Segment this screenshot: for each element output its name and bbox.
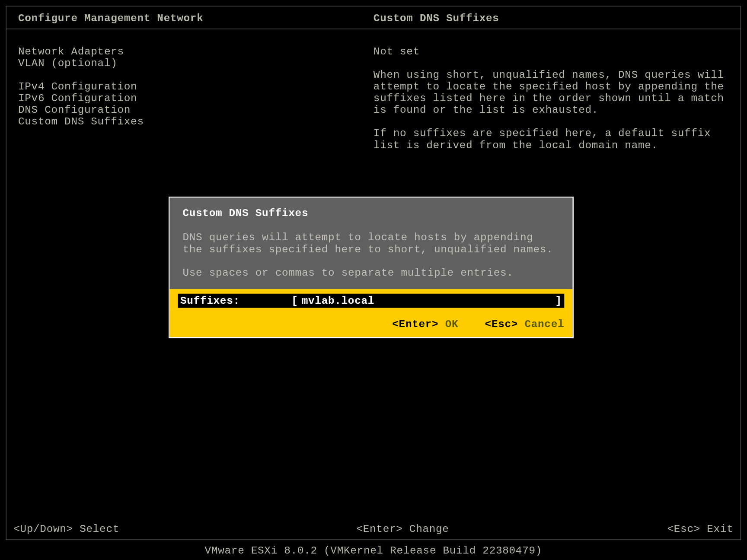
menu-item-vlan[interactable]: VLAN (optional) <box>18 57 374 69</box>
suffixes-label: Suffixes: <box>180 295 291 306</box>
suffixes-input[interactable]: mvlab.local <box>298 295 555 306</box>
description-column: Not set When using short, unqualified na… <box>374 46 729 151</box>
version-bar: VMware ESXi 8.0.2 (VMKernel Release Buil… <box>0 541 747 560</box>
hint-esc-exit: <Esc> Exit <box>496 523 734 535</box>
ok-button[interactable]: OK <box>445 318 459 330</box>
ok-key-hint: <Enter> <box>392 318 438 330</box>
menu-item-ipv4[interactable]: IPv4 Configuration <box>18 81 374 92</box>
bracket-open: [ <box>291 295 298 306</box>
dns-description-para2: If no suffixes are specified here, a def… <box>374 127 729 151</box>
menu-item-network-adapters[interactable]: Network Adapters <box>18 46 374 57</box>
custom-dns-suffixes-dialog: Custom DNS Suffixes DNS queries will att… <box>169 197 574 338</box>
header-left-title: Configure Management Network <box>18 12 374 24</box>
cancel-button[interactable]: Cancel <box>524 318 564 330</box>
header-right-title: Custom DNS Suffixes <box>374 12 729 24</box>
dialog-para2: Use spaces or commas to separate multipl… <box>182 267 559 278</box>
panel-header: Configure Management Network Custom DNS … <box>6 6 741 29</box>
menu-column: Network Adapters VLAN (optional) IPv4 Co… <box>18 46 374 151</box>
suffixes-input-row[interactable]: Suffixes: [ mvlab.local ] <box>178 294 565 308</box>
menu-item-dns-config[interactable]: DNS Configuration <box>18 104 374 116</box>
dns-description-para1: When using short, unqualified names, DNS… <box>374 69 729 116</box>
dns-status-value: Not set <box>374 46 729 57</box>
hint-updown-select: <Up/Down> Select <box>13 523 251 535</box>
dialog-para1: DNS queries will attempt to locate hosts… <box>182 232 559 255</box>
dialog-actions: <Enter> OK <Esc> Cancel <box>178 318 565 330</box>
bracket-close: ] <box>555 295 562 306</box>
menu-item-ipv6[interactable]: IPv6 Configuration <box>18 92 374 104</box>
menu-item-custom-dns-suffixes[interactable]: Custom DNS Suffixes <box>18 116 374 127</box>
dialog-title: Custom DNS Suffixes <box>182 207 559 219</box>
cancel-key-hint: <Esc> <box>485 318 518 330</box>
hint-enter-change: <Enter> Change <box>255 523 492 535</box>
footer-hints: <Up/Down> Select <Enter> Change <Esc> Ex… <box>6 519 741 540</box>
